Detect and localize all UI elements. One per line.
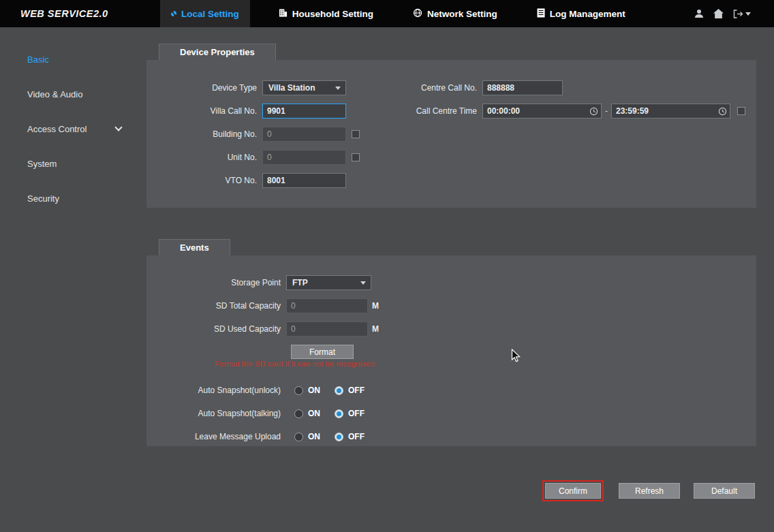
leave-message-upload-row: Leave Message Upload ON OFF: [146, 429, 374, 444]
app-logo: WEB SERVICE2.0: [0, 0, 160, 27]
home-icon[interactable]: [713, 9, 724, 18]
tab-label: Network Setting: [427, 9, 497, 19]
page: WEB SERVICE2.0 Local Setting Household S…: [0, 0, 774, 532]
log-icon: [537, 8, 545, 20]
building-no-label: Building No.: [146, 129, 257, 139]
tab-local-setting[interactable]: Local Setting: [160, 0, 250, 27]
radio-off[interactable]: [335, 409, 343, 418]
sidebar-item-access-control[interactable]: Access Control: [0, 112, 146, 146]
sidebar-item-video-audio[interactable]: Video & Audio: [0, 77, 146, 112]
tab-label: Household Setting: [292, 9, 373, 19]
dropdown-caret-icon: [360, 281, 366, 285]
device-type-label: Device Type: [146, 83, 257, 93]
auto-snapshot-talking-row: Auto Snapshot(talking) ON OFF: [146, 406, 374, 421]
device-type-dropdown[interactable]: Villa Station: [262, 80, 346, 95]
call-centre-time-checkbox[interactable]: [737, 107, 745, 115]
radio-dot: [337, 411, 341, 416]
radio-on-label: ON: [308, 386, 320, 395]
storage-point-dropdown[interactable]: FTP: [286, 275, 371, 290]
auto-snapshot-unlock-toggle: ON OFF: [294, 386, 374, 395]
sidebar: Basic Video & Audio Access Control Syste…: [0, 27, 146, 532]
radio-on[interactable]: [294, 433, 303, 441]
events-title: Events: [159, 239, 230, 255]
sd-total-row: SD Total Capacity M: [146, 298, 379, 313]
clock-icon[interactable]: [718, 106, 727, 119]
radio-off[interactable]: [335, 433, 343, 441]
sd-used-input[interactable]: [286, 322, 368, 337]
radio-on[interactable]: [294, 386, 303, 395]
building-no-checkbox[interactable]: [352, 130, 360, 138]
vto-no-label: VTO No.: [146, 176, 257, 185]
radio-on-label: ON: [308, 409, 320, 418]
villa-call-input[interactable]: [262, 104, 346, 119]
auto-snapshot-unlock-row: Auto Snapshot(unlock) ON OFF: [146, 383, 374, 398]
format-button[interactable]: Format: [291, 345, 354, 359]
time-start-input[interactable]: [482, 104, 602, 119]
unit-no-row: Unit No.: [146, 150, 360, 165]
sd-used-row: SD Used Capacity M: [146, 322, 379, 337]
unit-no-checkbox[interactable]: [352, 153, 360, 161]
centre-call-row: Centre Call No.: [371, 80, 563, 95]
default-button[interactable]: Default: [694, 483, 755, 499]
radio-off[interactable]: [335, 386, 343, 395]
centre-call-input[interactable]: [482, 80, 563, 95]
sidebar-item-system[interactable]: System: [0, 146, 146, 181]
tab-label: Local Setting: [181, 9, 239, 19]
leave-message-upload-toggle: ON OFF: [294, 432, 374, 441]
clock-icon[interactable]: [589, 106, 598, 119]
centre-call-label: Centre Call No.: [371, 83, 477, 93]
sd-total-unit: M: [372, 301, 379, 311]
sd-used-unit: M: [372, 324, 379, 334]
globe-icon: [413, 8, 422, 20]
topbar: WEB SERVICE2.0 Local Setting Household S…: [0, 0, 774, 27]
radio-on[interactable]: [294, 409, 303, 418]
sd-total-input[interactable]: [286, 298, 368, 313]
time-end-box: [611, 104, 730, 119]
device-type-value: Villa Station: [268, 83, 315, 93]
call-centre-time-row: Call Centre Time -: [371, 104, 745, 119]
time-separator: -: [605, 106, 608, 116]
vto-no-input[interactable]: [262, 173, 346, 188]
storage-point-value: FTP: [292, 278, 308, 287]
building-no-row: Building No.: [146, 127, 360, 142]
building-no-input[interactable]: [262, 127, 346, 142]
sidebar-item-label: Access Control: [27, 124, 87, 134]
tab-network-setting[interactable]: Network Setting: [402, 0, 508, 27]
sd-total-label: SD Total Capacity: [146, 301, 281, 311]
tab-log-management[interactable]: Log Management: [526, 0, 636, 27]
events-panel: Events Storage Point FTP SD Total Capaci…: [146, 255, 756, 446]
format-hint: Format the SD card if it can not be reco…: [215, 360, 377, 368]
radio-dot: [337, 388, 341, 393]
building-icon: [279, 8, 288, 20]
radio-dot: [337, 435, 341, 439]
tab-household-setting[interactable]: Household Setting: [268, 0, 384, 27]
unit-no-label: Unit No.: [146, 153, 257, 162]
sidebar-item-label: System: [27, 159, 57, 169]
time-start-box: [482, 104, 602, 119]
call-centre-time-label: Call Centre Time: [371, 106, 477, 116]
sidebar-item-basic[interactable]: Basic: [0, 42, 146, 77]
device-type-row: Device Type Villa Station: [146, 80, 346, 95]
tab-label: Log Management: [550, 9, 625, 19]
sd-used-label: SD Used Capacity: [146, 324, 281, 334]
villa-call-row: Villa Call No.: [146, 104, 346, 119]
topbar-icons: [694, 0, 751, 27]
logout-icon[interactable]: [733, 10, 751, 18]
sidebar-item-security[interactable]: Security: [0, 181, 146, 216]
dropdown-caret-icon: [335, 87, 341, 90]
refresh-button[interactable]: Refresh: [619, 483, 680, 499]
chevron-down-icon: [114, 123, 122, 131]
radio-off-label: OFF: [348, 432, 365, 441]
villa-call-label: Villa Call No.: [146, 106, 257, 116]
time-end-input[interactable]: [611, 104, 730, 119]
device-properties-panel: Device Properties Device Type Villa Stat…: [146, 60, 756, 208]
radio-off-label: OFF: [348, 409, 365, 418]
leave-message-upload-label: Leave Message Upload: [146, 432, 281, 441]
confirm-button[interactable]: Confirm: [545, 483, 601, 499]
auto-snapshot-talking-label: Auto Snapshot(talking): [146, 409, 281, 418]
user-icon[interactable]: [694, 9, 704, 18]
top-nav: Local Setting Household Setting Network …: [160, 0, 636, 27]
radio-on-label: ON: [308, 432, 320, 441]
device-properties-title: Device Properties: [159, 44, 276, 60]
unit-no-input[interactable]: [262, 150, 346, 165]
